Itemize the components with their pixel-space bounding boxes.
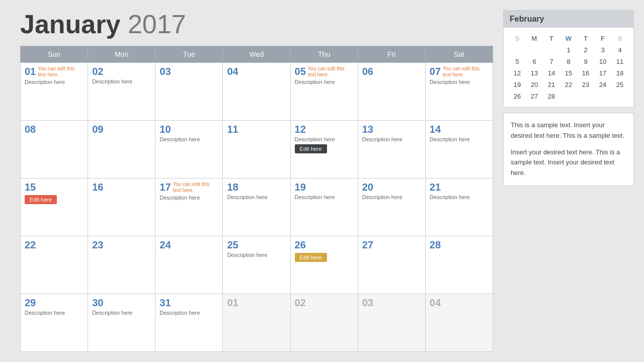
weekday-header: Thu [290,46,358,63]
day-number: 04 [430,297,441,309]
sidebar-text: This is a sample text. Insert your desir… [503,113,634,186]
day-number: 12 [295,124,306,135]
cell-description: Description here [92,78,151,84]
day-number: 07 [430,66,441,77]
day-header-row: 26 [295,239,354,251]
cell-description: Description here [159,195,218,201]
weekday-header: Fri [358,46,425,63]
calendar-cell: 22 [21,236,88,294]
mini-cal-day: 8 [560,56,577,67]
calendar-cell: 02 [290,294,358,352]
day-number: 01 [227,297,238,309]
year-label: 2017 [128,10,186,39]
weekday-header: Sat [425,46,493,63]
calendar-cell: 18Description here [223,178,290,236]
mini-cal-day [594,90,611,102]
day-number: 26 [295,239,306,251]
calendar-cell: 21Description here [425,178,493,236]
day-header-row: 18 [227,182,286,193]
day-header-row: 09 [92,124,151,135]
calendar-cell: 07You can edit this text here.Descriptio… [425,63,493,121]
calendar-cell: 04 [425,294,493,352]
day-number: 10 [159,124,171,135]
sidebar-text-1: This is a sample text. Insert your desir… [511,120,626,141]
day-header-row: 02 [92,66,151,77]
calendar-cell: 25Description here [223,236,290,294]
calendar-cell: 26Edit here [290,236,358,294]
mini-weekday-header: M [526,33,543,44]
mini-weekday-header: T [543,33,560,44]
mini-cal-day: 12 [509,67,526,79]
calendar-cell: 10Description here [155,121,223,178]
weekday-header: Wed [223,46,290,63]
day-header-row: 16 [92,182,151,193]
month-title: January 2017 [20,10,493,39]
mini-cal-day [560,90,577,102]
mini-cal-day: 14 [543,67,560,79]
mini-cal-title: February [504,11,633,28]
day-number: 24 [159,239,171,251]
calendar-cell: 01You can edit this text here.Descriptio… [21,63,88,121]
day-header-row: 10 [159,124,218,135]
calendar-cell: 05You can edit this text here.Descriptio… [290,63,358,121]
calendar-cell: 19Description here [290,178,358,236]
calendar-cell: 20Description here [358,178,425,236]
mini-weekday-header: W [560,33,577,44]
edit-button-dark[interactable]: Edit here [295,144,327,153]
day-number: 31 [159,297,171,309]
mini-cal-day: 16 [577,67,594,79]
month-label: January [20,10,120,39]
day-number: 02 [295,297,306,309]
edit-button-yellow[interactable]: Edit here [295,253,327,262]
day-header-row: 04 [227,66,286,77]
day-header-row: 20 [362,182,421,193]
mini-weekday-header: S [611,33,628,44]
day-number: 18 [227,182,238,193]
calendar-cell: 13Description here [358,121,425,178]
mini-cal-day: 19 [509,79,526,90]
sidebar: February SMTWTFS123456789101112131415161… [503,10,634,352]
calendar-cell: 17You can edit this text here.Descriptio… [155,178,223,236]
mini-cal-day: 7 [543,56,560,67]
mini-calendar-container: February SMTWTFS123456789101112131415161… [503,10,634,108]
mini-cal-day: 2 [577,44,594,56]
mini-cal-day: 28 [543,90,560,102]
day-header-row: 03 [362,297,421,309]
day-header-row: 15 [25,182,84,193]
mini-cal-day: 11 [611,56,628,67]
day-header-row: 05You can edit this text here. [295,66,354,78]
cell-description: Description here [92,310,151,316]
main-section: January 2017 SunMonTueWedThuFriSat 01You… [20,10,493,352]
mini-cal-day: 23 [577,79,594,90]
cell-description: Description here [430,136,489,142]
day-number: 05 [295,66,306,77]
mini-cal-day: 1 [560,44,577,56]
cell-description: Description here [430,79,489,85]
day-number: 30 [92,297,103,309]
day-number: 13 [362,124,373,135]
cell-description: Description here [227,194,286,200]
day-header-row: 19 [295,182,354,193]
day-number: 22 [25,239,36,251]
mini-cal-day: 20 [526,79,543,90]
calendar-cell: 03 [358,294,425,352]
day-number: 27 [362,239,373,251]
mini-cal-day: 15 [560,67,577,79]
edit-button-red[interactable]: Edit here [25,195,57,204]
cell-description: Description here [227,252,286,258]
main-calendar: SunMonTueWedThuFriSat 01You can edit thi… [20,46,493,352]
day-number: 25 [227,239,238,251]
day-header-row: 06 [362,66,421,77]
day-header-row: 21 [430,182,489,193]
day-header-row: 04 [430,297,489,309]
day-number: 20 [362,182,373,193]
calendar-cell: 04 [223,63,290,121]
mini-cal-day: 24 [594,79,611,90]
mini-cal-day [577,90,594,102]
mini-cal-day [509,44,526,56]
day-number: 23 [92,239,103,251]
day-header-row: 12 [295,124,354,135]
day-header-row: 22 [25,239,84,251]
day-header-row: 30 [92,297,151,309]
edit-label: You can edit this text here. [308,66,354,78]
